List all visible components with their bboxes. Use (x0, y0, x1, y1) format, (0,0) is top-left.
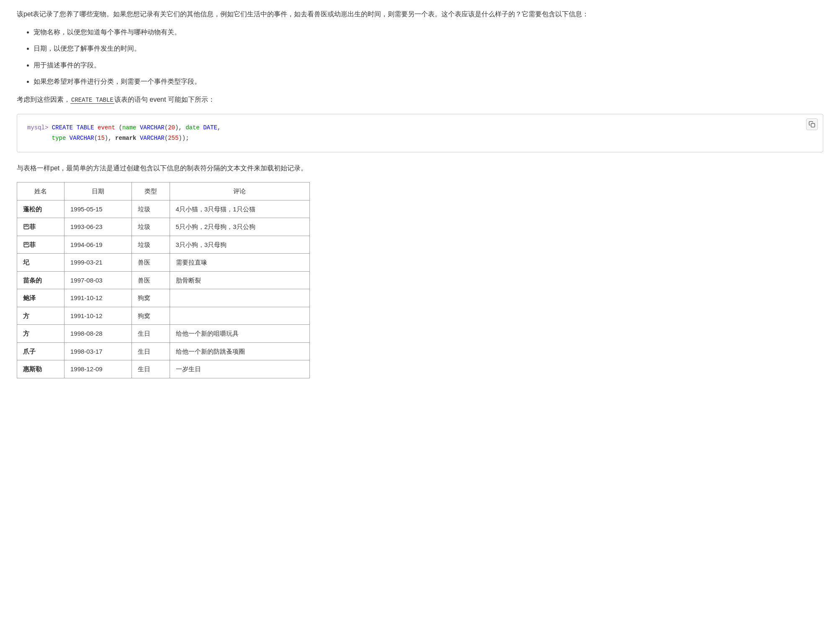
table-cell-4-2: 兽医 (132, 271, 170, 289)
load-text: 与表格一样pet，最简单的方法是通过创建包含以下信息的制表符分隔的文本文件来加载… (17, 162, 823, 174)
table-cell-7-2: 生日 (132, 325, 170, 343)
svg-rect-0 (811, 123, 815, 127)
summary-before: 考虑到这些因素， (17, 96, 70, 103)
table-cell-1-1: 1993-06-23 (64, 218, 131, 236)
table-cell-0-1: 1995-05-15 (64, 200, 131, 218)
copy-button[interactable] (806, 118, 818, 130)
table-cell-3-1: 1999-03-21 (64, 254, 131, 272)
table-cell-5-2: 狗窝 (132, 289, 170, 307)
table-cell-1-0: 巴菲 (17, 218, 64, 236)
code-content: mysql> CREATE TABLE event (name VARCHAR(… (27, 123, 813, 144)
table-cell-2-0: 巴菲 (17, 236, 64, 254)
table-cell-6-2: 狗窝 (132, 307, 170, 325)
summary-inline-code: CREATE TABLE (70, 97, 114, 104)
table-row: 蓬松的1995-05-15垃圾4只小猫，3只母猫，1只公猫 (17, 200, 310, 218)
table-cell-0-3: 4只小猫，3只母猫，1只公猫 (170, 200, 309, 218)
table-row: 惠斯勒1998-12-09生日一岁生日 (17, 360, 310, 378)
table-cell-5-3 (170, 289, 309, 307)
col-header-comment: 评论 (170, 182, 309, 200)
table-cell-7-1: 1998-08-28 (64, 325, 131, 343)
table-cell-4-0: 苗条的 (17, 271, 64, 289)
col-header-name: 姓名 (17, 182, 64, 200)
bullet-item-1: 宠物名称，以便您知道每个事件与哪种动物有关。 (33, 26, 823, 38)
table-cell-8-3: 给他一个新的防跳蚤项圈 (170, 342, 309, 360)
table-cell-0-0: 蓬松的 (17, 200, 64, 218)
table-cell-5-1: 1991-10-12 (64, 289, 131, 307)
bullet-item-4: 如果您希望对事件进行分类，则需要一个事件类型字段。 (33, 76, 823, 87)
table-row: 巴菲1994-06-19垃圾3只小狗，3只母狗 (17, 236, 310, 254)
event-table: 姓名 日期 类型 评论 蓬松的1995-05-15垃圾4只小猫，3只母猫，1只公… (17, 182, 310, 378)
table-cell-8-1: 1998-03-17 (64, 342, 131, 360)
table-cell-3-3: 需要拉直喙 (170, 254, 309, 272)
table-cell-9-3: 一岁生日 (170, 360, 309, 378)
table-cell-9-1: 1998-12-09 (64, 360, 131, 378)
table-row: 巴菲1993-06-23垃圾5只小狗，2只母狗，3只公狗 (17, 218, 310, 236)
summary-text: 考虑到这些因素，CREATE TABLE该表的语句 event 可能如下所示： (17, 94, 823, 105)
table-cell-6-1: 1991-10-12 (64, 307, 131, 325)
intro-paragraph: 该pet表记录了您养了哪些宠物。如果您想记录有关它们的其他信息，例如它们生活中的… (17, 8, 823, 20)
bullet-item-2: 日期，以便您了解事件发生的时间。 (33, 43, 823, 54)
table-cell-4-3: 肋骨断裂 (170, 271, 309, 289)
table-row: 方1998-08-28生日给他一个新的咀嚼玩具 (17, 325, 310, 343)
table-cell-2-3: 3只小狗，3只母狗 (170, 236, 309, 254)
col-header-date: 日期 (64, 182, 131, 200)
summary-after: 可能如下所示： (168, 96, 215, 103)
table-row: 圮1999-03-21兽医需要拉直喙 (17, 254, 310, 272)
table-cell-9-0: 惠斯勒 (17, 360, 64, 378)
table-cell-0-2: 垃圾 (132, 200, 170, 218)
table-cell-6-0: 方 (17, 307, 64, 325)
table-cell-4-1: 1997-08-03 (64, 271, 131, 289)
table-cell-8-2: 生日 (132, 342, 170, 360)
table-cell-7-3: 给他一个新的咀嚼玩具 (170, 325, 309, 343)
table-cell-3-0: 圮 (17, 254, 64, 272)
col-header-type: 类型 (132, 182, 170, 200)
table-cell-6-3 (170, 307, 309, 325)
table-cell-1-3: 5只小狗，2只母狗，3只公狗 (170, 218, 309, 236)
table-row: 爪子1998-03-17生日给他一个新的防跳蚤项圈 (17, 342, 310, 360)
summary-middle: 该表的语句 (114, 96, 148, 103)
table-cell-8-0: 爪子 (17, 342, 64, 360)
table-cell-7-0: 方 (17, 325, 64, 343)
table-cell-2-1: 1994-06-19 (64, 236, 131, 254)
table-cell-1-2: 垃圾 (132, 218, 170, 236)
table-cell-9-2: 生日 (132, 360, 170, 378)
table-cell-2-2: 垃圾 (132, 236, 170, 254)
table-row: 鲍泽1991-10-12狗窝 (17, 289, 310, 307)
bullet-item-3: 用于描述事件的字段。 (33, 59, 823, 71)
summary-keyword: event (148, 96, 168, 103)
code-block-wrapper: mysql> CREATE TABLE event (name VARCHAR(… (17, 114, 823, 152)
table-cell-5-0: 鲍泽 (17, 289, 64, 307)
bullet-list: 宠物名称，以便您知道每个事件与哪种动物有关。 日期，以便您了解事件发生的时间。 … (33, 26, 823, 87)
table-cell-3-2: 兽医 (132, 254, 170, 272)
table-row: 苗条的1997-08-03兽医肋骨断裂 (17, 271, 310, 289)
table-row: 方1991-10-12狗窝 (17, 307, 310, 325)
table-header-row: 姓名 日期 类型 评论 (17, 182, 310, 200)
